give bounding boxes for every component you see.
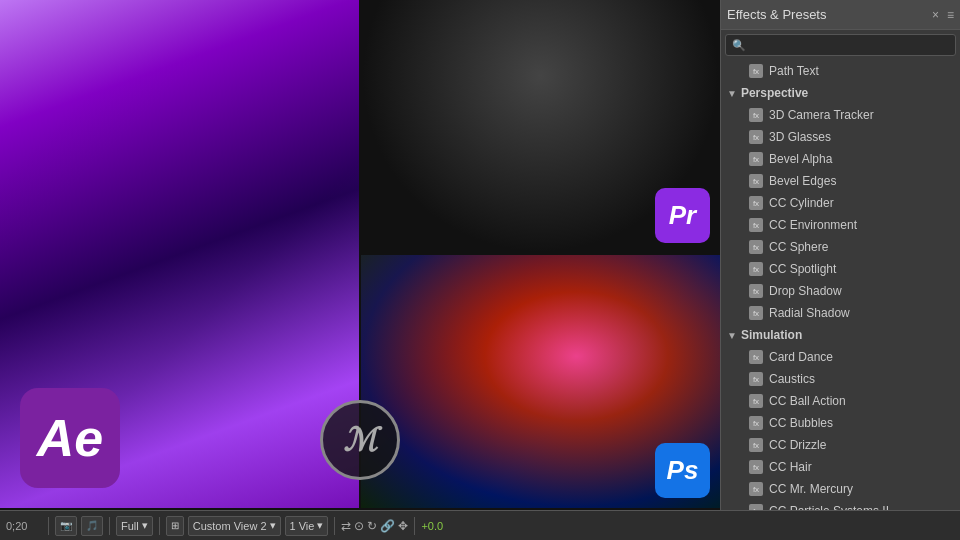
quality-label: Full [121, 520, 139, 532]
separator-1 [48, 517, 49, 535]
panel-header: Effects & Presets × ≡ [721, 0, 960, 30]
effect-cc-environment[interactable]: fx CC Environment [721, 214, 960, 236]
view-count-arrow-icon: ▾ [317, 519, 323, 532]
effect-label: CC Sphere [769, 240, 828, 254]
video-cell-pr: Pr [361, 0, 720, 253]
effect-icon: fx [749, 438, 763, 452]
simulation-arrow: ▼ [727, 330, 737, 341]
effect-caustics[interactable]: fx Caustics [721, 368, 960, 390]
effect-label: Bevel Edges [769, 174, 836, 188]
effect-cc-mr-mercury[interactable]: fx CC Mr. Mercury [721, 478, 960, 500]
effect-label: Radial Shadow [769, 306, 850, 320]
perspective-arrow: ▼ [727, 88, 737, 99]
effect-cc-spotlight[interactable]: fx CC Spotlight [721, 258, 960, 280]
camera-button[interactable]: 📷 [55, 516, 77, 536]
audio-button[interactable]: 🎵 [81, 516, 103, 536]
effect-label: Path Text [769, 64, 819, 78]
effect-icon: fx [749, 416, 763, 430]
pr-badge: Pr [655, 188, 710, 243]
effect-icon: fx [749, 130, 763, 144]
logo-m: ℳ [343, 421, 377, 459]
panel-menu-button[interactable]: ≡ [947, 8, 954, 22]
effect-bevel-alpha[interactable]: fx Bevel Alpha [721, 148, 960, 170]
logo-circle: ℳ [320, 400, 400, 480]
view-dropdown[interactable]: Custom View 2 ▾ [188, 516, 281, 536]
search-icon: 🔍 [732, 39, 746, 52]
grid-button[interactable]: ⊞ [166, 516, 184, 536]
effect-label: CC Environment [769, 218, 857, 232]
effect-icon: fx [749, 372, 763, 386]
separator-5 [414, 517, 415, 535]
view-count-dropdown[interactable]: 1 Vie ▾ [285, 516, 329, 536]
pr-label: Pr [669, 200, 696, 231]
effects-panel: Effects & Presets × ≡ 🔍 fx Path Text ▼ P… [720, 0, 960, 510]
effect-label: CC Drizzle [769, 438, 826, 452]
ae-label: Ae [37, 408, 103, 468]
effect-drop-shadow[interactable]: fx Drop Shadow [721, 280, 960, 302]
effect-icon: fx [749, 240, 763, 254]
effect-icon: fx [749, 284, 763, 298]
effect-icon: fx [749, 64, 763, 78]
effect-icon: fx [749, 262, 763, 276]
effect-cc-hair[interactable]: fx CC Hair [721, 456, 960, 478]
effect-cc-bubbles[interactable]: fx CC Bubbles [721, 412, 960, 434]
effect-icon: fx [749, 152, 763, 166]
video-cell-ae: Ae [0, 0, 359, 508]
effect-icon: fx [749, 306, 763, 320]
effect-icon: fx [749, 394, 763, 408]
bottom-toolbar: 0;20 📷 🎵 Full ▾ ⊞ Custom View 2 ▾ 1 Vie … [0, 510, 960, 540]
snap-icon[interactable]: ⊙ [354, 519, 364, 533]
effect-label: CC Ball Action [769, 394, 846, 408]
effect-label: 3D Camera Tracker [769, 108, 874, 122]
effect-cc-particle-systems-ii[interactable]: fx CC Particle Systems II [721, 500, 960, 510]
effect-icon: fx [749, 218, 763, 232]
category-simulation[interactable]: ▼ Simulation [721, 324, 960, 346]
effect-cc-cylinder[interactable]: fx CC Cylinder [721, 192, 960, 214]
view-label: Custom View 2 [193, 520, 267, 532]
sync-icon[interactable]: ↻ [367, 519, 377, 533]
effect-icon: fx [749, 482, 763, 496]
category-perspective[interactable]: ▼ Perspective [721, 82, 960, 104]
ae-badge: Ae [20, 388, 120, 488]
effect-label: CC Mr. Mercury [769, 482, 853, 496]
toolbar-time: 0;20 [6, 520, 42, 532]
move-icon[interactable]: ✥ [398, 519, 408, 533]
effect-label: Bevel Alpha [769, 152, 832, 166]
effect-radial-shadow[interactable]: fx Radial Shadow [721, 302, 960, 324]
simulation-label: Simulation [741, 328, 802, 342]
effect-label: Drop Shadow [769, 284, 842, 298]
effect-label: CC Spotlight [769, 262, 836, 276]
transfer-icon[interactable]: ⇄ [341, 519, 351, 533]
effect-cc-sphere[interactable]: fx CC Sphere [721, 236, 960, 258]
perspective-label: Perspective [741, 86, 808, 100]
effect-label: CC Hair [769, 460, 812, 474]
link-icon[interactable]: 🔗 [380, 519, 395, 533]
search-bar[interactable]: 🔍 [725, 34, 956, 56]
effects-list[interactable]: fx Path Text ▼ Perspective fx 3D Camera … [721, 60, 960, 510]
video-cell-ps: Ps [361, 255, 720, 508]
quality-arrow-icon: ▾ [142, 519, 148, 532]
quality-dropdown[interactable]: Full ▾ [116, 516, 153, 536]
effect-3d-glasses[interactable]: fx 3D Glasses [721, 126, 960, 148]
effect-3d-camera-tracker[interactable]: fx 3D Camera Tracker [721, 104, 960, 126]
effect-bevel-edges[interactable]: fx Bevel Edges [721, 170, 960, 192]
effect-label: 3D Glasses [769, 130, 831, 144]
search-input[interactable] [750, 38, 949, 52]
effect-cc-ball-action[interactable]: fx CC Ball Action [721, 390, 960, 412]
effect-cc-drizzle[interactable]: fx CC Drizzle [721, 434, 960, 456]
panel-title: Effects & Presets [727, 7, 926, 22]
effect-card-dance[interactable]: fx Card Dance [721, 346, 960, 368]
effect-icon: fx [749, 350, 763, 364]
effect-icon: fx [749, 108, 763, 122]
view-count-label: 1 Vie [290, 520, 315, 532]
preview-area: Ae Pr Ps Ai [0, 0, 720, 510]
effect-path-text[interactable]: fx Path Text [721, 60, 960, 82]
main-content: Ae Pr Ps Ai [0, 0, 960, 510]
effect-icon: fx [749, 196, 763, 210]
logo-overlay: ℳ [320, 400, 400, 480]
panel-close-button[interactable]: × [932, 8, 939, 22]
view-arrow-icon: ▾ [270, 519, 276, 532]
separator-3 [159, 517, 160, 535]
effect-label: CC Cylinder [769, 196, 834, 210]
effect-icon: fx [749, 174, 763, 188]
